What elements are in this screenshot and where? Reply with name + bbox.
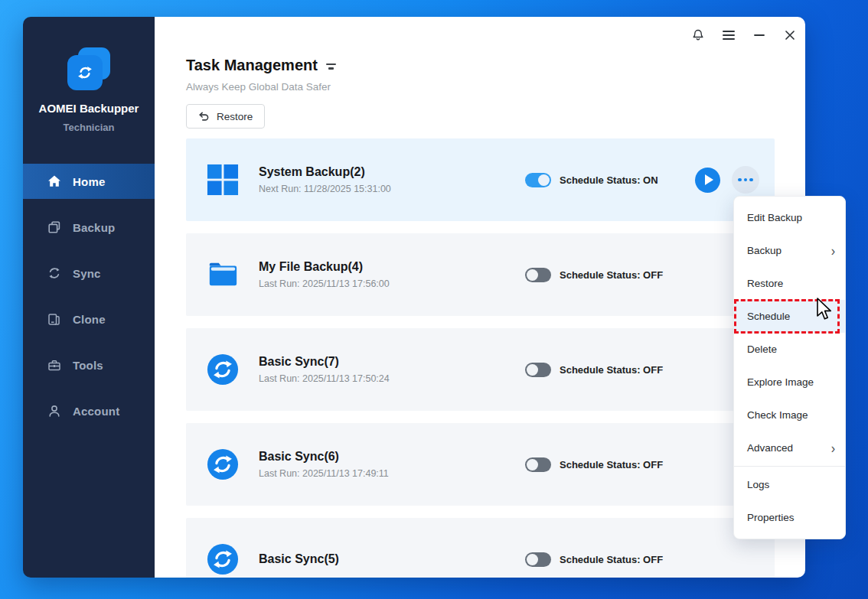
page-subtitle: Always Keep Global Data Safer xyxy=(186,81,805,93)
run-task-button[interactable] xyxy=(695,168,720,193)
sidebar-item-account[interactable]: Account xyxy=(23,393,155,428)
page-title: Task Management xyxy=(186,57,805,74)
chevron-right-icon: › xyxy=(831,243,835,258)
schedule-status-label: Schedule Status: OFF xyxy=(560,459,663,470)
restore-button[interactable]: Restore xyxy=(186,104,265,129)
task-detail: Last Run: 2025/11/13 17:49:11 xyxy=(259,468,525,479)
windows-icon xyxy=(207,164,239,196)
menu-item-backup[interactable]: Backup› xyxy=(734,234,845,267)
task-name: Basic Sync(5) xyxy=(259,552,525,566)
account-icon xyxy=(46,403,63,418)
toggle-knob xyxy=(527,364,538,376)
schedule-toggle[interactable] xyxy=(525,363,551,377)
schedule-status-label: Schedule Status: OFF xyxy=(560,554,663,565)
task-row[interactable]: My File Backup(4)Last Run: 2025/11/13 17… xyxy=(186,233,775,316)
main-content: Task Management Always Keep Global Data … xyxy=(155,17,805,578)
chevron-right-icon: › xyxy=(831,441,835,455)
filter-icon[interactable] xyxy=(326,62,336,70)
sidebar-item-label: Backup xyxy=(73,221,115,234)
task-text: Basic Sync(5) xyxy=(259,552,525,566)
schedule-status: Schedule Status: OFF xyxy=(525,552,663,567)
brand-name: AOMEI Backupper xyxy=(23,102,155,115)
sidebar-item-label: Home xyxy=(73,175,105,188)
menu-item-advanced[interactable]: Advanced› xyxy=(734,431,845,464)
menu-item-properties[interactable]: Properties xyxy=(734,501,845,534)
backup-icon xyxy=(46,220,63,235)
task-name: My File Backup(4) xyxy=(259,260,525,274)
task-name: Basic Sync(7) xyxy=(259,355,525,369)
sidebar-item-home[interactable]: Home xyxy=(23,164,155,199)
notification-bell-icon[interactable] xyxy=(691,28,705,42)
page-header: Task Management Always Keep Global Data … xyxy=(186,57,805,129)
app-window: AOMEI Backupper Technician HomeBackupSyn… xyxy=(23,17,805,578)
sync-nav-icon xyxy=(46,265,63,281)
sidebar-item-label: Account xyxy=(73,405,119,418)
schedule-toggle[interactable] xyxy=(525,457,551,472)
menu-item-check-image[interactable]: Check Image xyxy=(734,399,845,431)
task-actions xyxy=(695,166,759,194)
task-detail: Last Run: 2025/11/13 17:56:00 xyxy=(259,278,525,289)
schedule-status: Schedule Status: OFF xyxy=(525,268,663,282)
folder-icon xyxy=(207,259,239,291)
sidebar-item-tools[interactable]: Tools xyxy=(23,347,155,383)
schedule-status-label: Schedule Status: OFF xyxy=(560,364,663,376)
task-row[interactable]: System Backup(2)Next Run: 11/28/2025 15:… xyxy=(186,138,775,221)
more-options-button[interactable] xyxy=(732,166,759,194)
menu-item-label: Restore xyxy=(747,278,783,289)
menu-item-label: Advanced xyxy=(747,442,793,454)
logo-sync-icon xyxy=(67,55,103,90)
home-icon xyxy=(46,174,63,189)
menu-item-label: Delete xyxy=(747,343,777,355)
schedule-toggle[interactable] xyxy=(525,173,551,187)
sidebar-item-clone[interactable]: Clone xyxy=(23,301,155,337)
sidebar-item-label: Sync xyxy=(73,267,101,280)
task-row[interactable]: Basic Sync(6)Last Run: 2025/11/13 17:49:… xyxy=(186,423,775,506)
sync-circle-icon xyxy=(207,448,239,480)
app-logo-icon xyxy=(66,47,112,90)
ellipsis-icon xyxy=(738,178,742,182)
menu-item-label: Explore Image xyxy=(747,376,814,388)
sidebar-item-backup[interactable]: Backup xyxy=(23,210,155,245)
task-list: System Backup(2)Next Run: 11/28/2025 15:… xyxy=(186,138,775,578)
close-icon[interactable] xyxy=(783,28,797,42)
task-text: Basic Sync(7)Last Run: 2025/11/13 17:50:… xyxy=(259,355,525,384)
menu-item-label: Check Image xyxy=(747,409,808,421)
menu-divider xyxy=(734,466,845,467)
toggle-knob xyxy=(538,174,550,186)
schedule-status: Schedule Status: OFF xyxy=(525,457,663,472)
schedule-status-label: Schedule Status: OFF xyxy=(560,269,663,281)
sidebar-item-label: Clone xyxy=(73,313,106,326)
hamburger-menu-icon[interactable] xyxy=(722,28,736,42)
menu-item-explore-image[interactable]: Explore Image xyxy=(734,366,845,399)
menu-item-label: Edit Backup xyxy=(747,212,802,223)
clone-icon xyxy=(46,311,63,327)
menu-item-delete[interactable]: Delete xyxy=(734,333,845,366)
task-text: Basic Sync(6)Last Run: 2025/11/13 17:49:… xyxy=(259,450,525,479)
sidebar-nav: HomeBackupSyncCloneToolsAccount xyxy=(23,164,155,428)
tools-icon xyxy=(46,357,63,373)
schedule-toggle[interactable] xyxy=(525,268,551,282)
window-controls xyxy=(691,28,797,43)
schedule-status-label: Schedule Status: ON xyxy=(560,174,658,186)
menu-item-label: Properties xyxy=(747,512,795,523)
sidebar-item-sync[interactable]: Sync xyxy=(23,256,155,291)
restore-undo-icon xyxy=(198,111,210,122)
task-row[interactable]: Basic Sync(7)Last Run: 2025/11/13 17:50:… xyxy=(186,328,775,411)
sidebar-item-label: Tools xyxy=(73,359,103,372)
menu-item-label: Schedule xyxy=(747,311,790,322)
task-text: My File Backup(4)Last Run: 2025/11/13 17… xyxy=(259,260,525,289)
minimize-icon[interactable] xyxy=(752,28,766,42)
menu-item-label: Logs xyxy=(747,479,769,490)
task-detail: Last Run: 2025/11/13 17:50:24 xyxy=(259,373,525,384)
toggle-knob xyxy=(527,459,538,470)
sync-circle-icon xyxy=(207,543,239,575)
sidebar: AOMEI Backupper Technician HomeBackupSyn… xyxy=(23,17,155,578)
task-row[interactable]: Basic Sync(5)Schedule Status: OFF xyxy=(186,518,775,578)
schedule-toggle[interactable] xyxy=(525,552,551,567)
mouse-cursor-icon xyxy=(816,298,833,324)
task-name: System Backup(2) xyxy=(259,165,525,179)
menu-item-edit-backup[interactable]: Edit Backup xyxy=(734,201,845,234)
restore-button-label: Restore xyxy=(217,111,253,122)
menu-item-restore[interactable]: Restore xyxy=(734,267,845,300)
menu-item-logs[interactable]: Logs xyxy=(734,468,845,501)
